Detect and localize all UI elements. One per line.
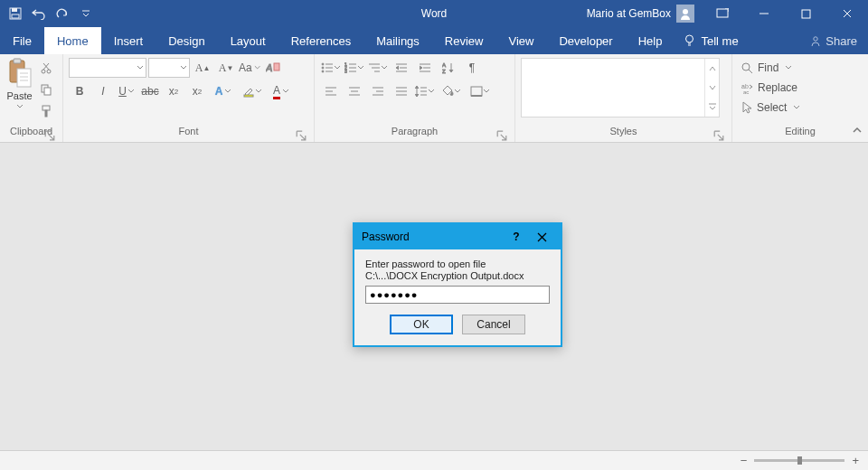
align-left-button[interactable] [320, 81, 342, 101]
password-input[interactable] [365, 286, 550, 304]
chevron-down-icon [127, 88, 135, 95]
svg-text:ac: ac [743, 89, 749, 94]
subscript-button[interactable]: x2 [163, 81, 184, 101]
ribbon-display-options-button[interactable] [702, 0, 743, 27]
zoom-out-button[interactable]: − [741, 454, 748, 467]
shading-button[interactable] [438, 81, 465, 101]
password-dialog: Password ? Enter password to open file C… [353, 222, 562, 347]
copy-button[interactable] [35, 80, 57, 99]
paste-label: Paste [6, 90, 32, 101]
select-button[interactable]: Select [738, 98, 804, 118]
tab-references[interactable]: References [278, 27, 363, 54]
format-painter-button[interactable] [35, 101, 57, 121]
highlight-button[interactable] [239, 81, 266, 101]
decrease-indent-button[interactable] [391, 58, 412, 78]
tab-insert[interactable]: Insert [101, 27, 156, 54]
tab-help[interactable]: Help [626, 27, 675, 54]
redo-button[interactable] [52, 4, 72, 24]
svg-point-21 [47, 70, 51, 73]
tab-view[interactable]: View [495, 27, 546, 54]
dialog-help-button[interactable]: ? [505, 226, 528, 248]
dialog-close-button[interactable] [530, 226, 553, 248]
font-size-combo[interactable] [148, 58, 190, 78]
tab-file[interactable]: File [0, 27, 44, 54]
multilevel-list-button[interactable] [367, 58, 389, 78]
undo-button[interactable] [29, 4, 49, 24]
grow-font-button[interactable]: A▲ [192, 58, 213, 78]
tab-mailings[interactable]: Mailings [363, 27, 432, 54]
dialog-prompt-line1: Enter password to open file [365, 258, 550, 269]
gallery-expand[interactable] [705, 98, 719, 117]
find-button[interactable]: Find [738, 58, 796, 78]
paste-button[interactable]: Paste [5, 58, 33, 110]
gallery-scroll-down[interactable] [705, 78, 719, 97]
svg-point-10 [686, 35, 693, 42]
chevron-down-icon [793, 104, 800, 111]
select-label: Select [757, 101, 787, 114]
svg-rect-1 [12, 8, 17, 12]
font-color-button[interactable]: A [268, 81, 295, 101]
shrink-font-button[interactable]: A▼ [215, 58, 237, 78]
chevron-down-icon [180, 64, 187, 71]
zoom-slider-thumb[interactable] [797, 456, 802, 465]
bullets-button[interactable] [320, 58, 342, 78]
tell-me-search[interactable]: Tell me [675, 27, 747, 54]
bold-button[interactable]: B [69, 81, 90, 101]
tab-layout[interactable]: Layout [218, 27, 278, 54]
tab-review[interactable]: Review [432, 27, 496, 54]
cut-button[interactable] [35, 58, 57, 78]
dialog-launcher-icon[interactable] [44, 130, 55, 141]
group-paragraph: 123 AZ ¶ Paragraph [315, 54, 515, 142]
share-button[interactable]: Share [810, 34, 857, 48]
account-area[interactable]: Mario at GemBox [580, 5, 702, 23]
gallery-scroll-up[interactable] [705, 59, 719, 78]
text-effects-button[interactable]: A [210, 81, 237, 101]
numbering-button[interactable]: 123 [344, 58, 365, 78]
group-label-paragraph: Paragraph [392, 126, 438, 136]
save-button[interactable] [5, 4, 25, 24]
svg-rect-27 [45, 110, 47, 117]
borders-button[interactable] [467, 81, 494, 101]
qat-customize-button[interactable] [76, 4, 96, 24]
collapse-ribbon-button[interactable] [852, 122, 863, 138]
svg-line-75 [749, 70, 752, 73]
align-center-button[interactable] [344, 81, 365, 101]
cancel-button[interactable]: Cancel [462, 315, 525, 334]
align-right-button[interactable] [367, 81, 389, 101]
dialog-launcher-icon[interactable] [713, 130, 724, 141]
line-spacing-button[interactable] [414, 81, 436, 101]
ribbon: Paste Clipboard A▲ A▼ Aa A B I [0, 54, 868, 143]
group-label-styles: Styles [610, 126, 637, 136]
share-icon [810, 35, 822, 47]
underline-button[interactable]: U [116, 81, 137, 101]
chevron-down-icon [16, 103, 24, 110]
increase-indent-button[interactable] [414, 58, 436, 78]
zoom-in-button[interactable]: + [852, 454, 859, 467]
svg-point-33 [322, 67, 324, 69]
minimize-button[interactable] [743, 0, 785, 27]
sort-button[interactable]: AZ [438, 58, 459, 78]
tab-home[interactable]: Home [44, 27, 101, 54]
justify-button[interactable] [391, 81, 412, 101]
zoom-slider[interactable] [754, 459, 844, 462]
maximize-button[interactable] [785, 0, 826, 27]
chevron-down-icon [381, 64, 388, 71]
tab-developer[interactable]: Developer [546, 27, 625, 54]
dialog-prompt-line2: C:\...\DOCX Encryption Output.docx [365, 270, 550, 281]
dialog-launcher-icon[interactable] [296, 130, 307, 141]
ok-button[interactable]: OK [390, 315, 453, 334]
show-marks-button[interactable]: ¶ [461, 58, 483, 78]
change-case-button[interactable]: Aa [239, 58, 260, 78]
svg-rect-25 [44, 88, 51, 95]
superscript-button[interactable]: x2 [186, 81, 208, 101]
close-icon [537, 232, 547, 242]
styles-gallery[interactable] [521, 58, 720, 118]
italic-button[interactable]: I [92, 81, 114, 101]
replace-button[interactable]: abac Replace [738, 78, 801, 98]
tab-design[interactable]: Design [156, 27, 217, 54]
font-name-combo[interactable] [69, 58, 146, 78]
clear-formatting-button[interactable]: A [262, 58, 284, 78]
strikethrough-button[interactable]: abc [139, 81, 161, 101]
close-button[interactable] [826, 0, 868, 27]
dialog-launcher-icon[interactable] [496, 130, 507, 141]
